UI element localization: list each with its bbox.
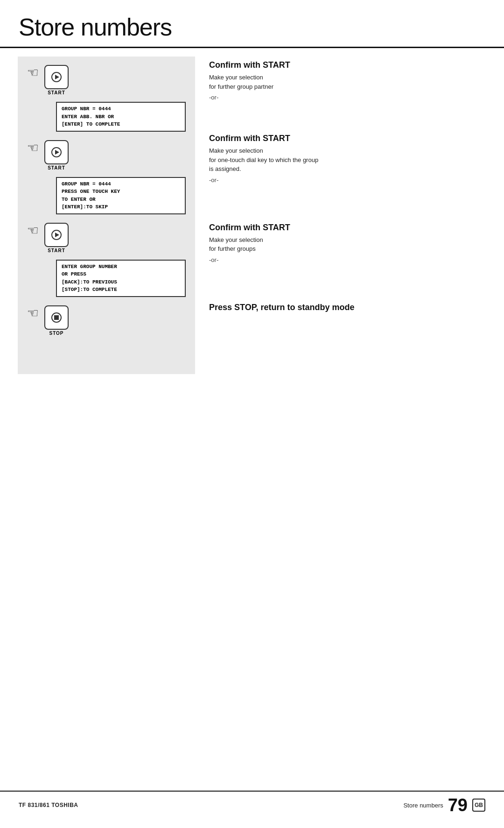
diagram-section-2: ☞ START bbox=[27, 140, 186, 170]
start-button-1 bbox=[44, 65, 69, 89]
start-button-3-label: START bbox=[48, 248, 65, 253]
spacer-2 bbox=[27, 216, 186, 223]
lcd-line-1-2: ENTER ABB. NBR OR bbox=[62, 114, 114, 120]
finger-icon-2: ☞ bbox=[27, 140, 39, 156]
desc-text-1: Make your selection for further group pa… bbox=[209, 73, 490, 91]
desc-text-3: Make your selection for further groups bbox=[209, 235, 490, 254]
spacer-3 bbox=[27, 299, 186, 305]
start-button-1-container: START bbox=[44, 65, 69, 95]
diagram-section-1: ☞ START bbox=[27, 65, 186, 95]
lcd-line-2-2: PRESS ONE TOUCH KEY bbox=[62, 189, 120, 194]
svg-marker-5 bbox=[55, 233, 59, 237]
desc-row-1: Confirm with START Make your selection f… bbox=[209, 57, 490, 103]
align-spacer-3 bbox=[209, 265, 490, 299]
lcd-line-2-3: TO ENTER OR bbox=[62, 197, 96, 202]
start-button-1-label: START bbox=[48, 90, 65, 95]
diagram-section-3: ☞ START bbox=[27, 223, 186, 253]
stop-button-label: STOP bbox=[49, 331, 63, 336]
desc-text-2: Make your selection for one-touch dial k… bbox=[209, 146, 490, 174]
desc-heading-2: Confirm with START bbox=[209, 134, 490, 143]
start-button-2-container: START bbox=[44, 140, 69, 170]
start-button-2 bbox=[44, 140, 69, 164]
lcd-line-3-2: OR PRESS bbox=[62, 271, 86, 277]
start-button-3-container: START bbox=[44, 223, 69, 253]
footer-section-name: Store numbers bbox=[403, 802, 443, 809]
desc-heading-3: Confirm with START bbox=[209, 223, 490, 233]
desc-row-2: Confirm with START Make your selection f… bbox=[209, 130, 490, 185]
lcd-line-3-1: ENTER GROUP NUMBER bbox=[62, 264, 117, 269]
lcd-display-3: ENTER GROUP NUMBER OR PRESS [BACK]:TO PR… bbox=[56, 260, 186, 297]
desc-heading-1: Confirm with START bbox=[209, 60, 490, 70]
diagram-section-2-left: ☞ START bbox=[27, 140, 69, 170]
page-title: Store numbers bbox=[0, 0, 504, 47]
desc-row-4: Press STOP, return to standby mode bbox=[209, 299, 490, 315]
stop-button-container: STOP bbox=[44, 305, 69, 336]
lcd-display-1: GROUP NBR = 0444 ENTER ABB. NBR OR [ENTE… bbox=[56, 102, 186, 132]
content-area: ☞ START GROUP NBR = 0444 ENTER ABB. NBR … bbox=[0, 48, 504, 382]
diagram-section-4-left: ☞ STOP bbox=[27, 305, 69, 336]
start-button-3 bbox=[44, 223, 69, 247]
lcd-line-1-1: GROUP NBR = 0444 bbox=[62, 106, 111, 112]
stop-button bbox=[44, 305, 69, 330]
lcd-line-2-1: GROUP NBR = 0444 bbox=[62, 181, 111, 187]
spacer-1 bbox=[27, 134, 186, 140]
footer-left-text: TF 831/861 TOSHIBA bbox=[19, 802, 78, 808]
start-button-2-label: START bbox=[48, 165, 65, 170]
desc-heading-4: Press STOP, return to standby mode bbox=[209, 303, 490, 312]
desc-row-3: Confirm with START Make your selection f… bbox=[209, 219, 490, 265]
lcd-line-2-4: [ENTER]:TO SKIP bbox=[62, 204, 108, 210]
svg-rect-7 bbox=[54, 315, 59, 320]
diagram-section-3-left: ☞ START bbox=[27, 223, 69, 253]
lcd-display-2: GROUP NBR = 0444 PRESS ONE TOUCH KEY TO … bbox=[56, 177, 186, 214]
svg-marker-3 bbox=[55, 150, 59, 155]
diagram-panel: ☞ START GROUP NBR = 0444 ENTER ABB. NBR … bbox=[18, 57, 195, 374]
diagram-section-4: ☞ STOP bbox=[27, 305, 186, 336]
align-spacer-1 bbox=[209, 103, 490, 130]
svg-marker-1 bbox=[55, 75, 59, 79]
footer-page-number: 79 bbox=[448, 796, 468, 814]
finger-icon-1: ☞ bbox=[27, 65, 39, 80]
lcd-line-3-3: [BACK]:TO PREVIOUS bbox=[62, 279, 117, 285]
align-spacer-2 bbox=[209, 185, 490, 219]
desc-or-1: -or- bbox=[209, 94, 490, 101]
lcd-line-3-4: [STOP]:TO COMPLETE bbox=[62, 287, 117, 292]
footer-right: Store numbers 79 GB bbox=[403, 796, 485, 814]
desc-or-3: -or- bbox=[209, 256, 490, 263]
finger-icon-4: ☞ bbox=[27, 305, 39, 321]
footer: TF 831/861 TOSHIBA Store numbers 79 GB bbox=[0, 791, 504, 814]
desc-panel: Confirm with START Make your selection f… bbox=[195, 48, 504, 382]
diagram-section-1-left: ☞ START bbox=[27, 65, 69, 95]
desc-or-2: -or- bbox=[209, 177, 490, 184]
lcd-line-1-3: [ENTER] TO COMPLETE bbox=[62, 121, 120, 127]
finger-icon-3: ☞ bbox=[27, 223, 39, 238]
footer-badge: GB bbox=[472, 799, 485, 812]
